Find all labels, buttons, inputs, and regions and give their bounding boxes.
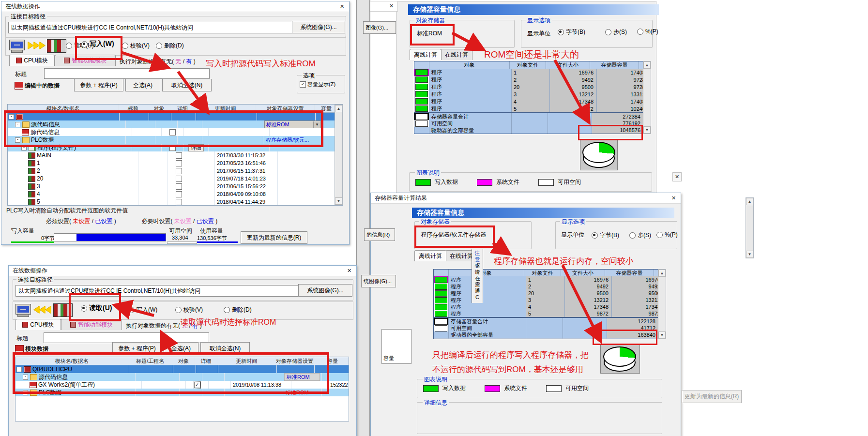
unit-byte-radio[interactable]: 字节(B) xyxy=(592,231,619,240)
tab-cpu-module[interactable]: CPU模块 xyxy=(15,319,61,330)
select-all-button[interactable]: 全选(A) xyxy=(164,342,198,355)
memory-table-row[interactable]: 程序2095009500 xyxy=(434,290,658,297)
connection-path-field[interactable]: 以太网插板通信通过CPU模块进行CC IE Control,NET/10(H)其… xyxy=(15,285,301,297)
deselect-all-button[interactable]: 取消全选(N) xyxy=(162,79,212,91)
write-radio[interactable]: 写入(W) xyxy=(128,306,157,314)
memory-table-row[interactable]: 程序598729872 xyxy=(434,310,658,317)
tab-intelligent-module[interactable]: 智能功能模块 xyxy=(61,319,122,330)
tab-online-calc[interactable]: 在线计算 xyxy=(441,49,472,60)
row-checkbox[interactable] xyxy=(176,199,182,205)
row-checkbox[interactable] xyxy=(176,152,182,159)
param-program-button[interactable]: 参数 + 程序(P) xyxy=(112,342,162,355)
tree-row[interactable]: -程序(程序文件)详细 xyxy=(8,144,343,151)
tab-intelligent-module[interactable]: 智能功能模块 xyxy=(55,55,116,66)
memory-table-row[interactable]: 程序11697617408 xyxy=(414,69,643,76)
tree-expand-icon[interactable]: - xyxy=(21,145,27,150)
memory-table-row[interactable]: 程序41734817348 xyxy=(434,303,658,310)
memory-table-row[interactable]: 程序31321213312 xyxy=(414,90,643,98)
read-radio[interactable]: 读取(U) xyxy=(81,304,112,313)
table-scrollbar[interactable]: ▲ ▼ xyxy=(335,105,343,205)
refresh-info-button-disabled[interactable]: 更新为最新的信息(R) xyxy=(682,390,742,403)
row-checkbox[interactable] xyxy=(176,160,182,166)
select-all-button[interactable]: 全选(A) xyxy=(125,79,160,91)
tab-cpu-module[interactable]: CPU模块 xyxy=(9,55,55,66)
memory-table-row[interactable]: 程序41734817408 xyxy=(414,98,643,105)
caption-field[interactable] xyxy=(44,68,210,79)
scroll-down-icon[interactable]: ▼ xyxy=(658,331,666,339)
scroll-down-icon[interactable]: ▼ xyxy=(746,251,753,258)
close-icon[interactable]: ✕ xyxy=(338,2,346,11)
tree-row[interactable]: -PLC数据程序存储器/软元... xyxy=(8,136,343,144)
tree-row[interactable]: -源代码信息标准ROM xyxy=(15,373,349,381)
deselect-all-button[interactable]: 取消全选(N) xyxy=(200,342,250,355)
tree-row[interactable]: 52018/04/04 11:44:29 xyxy=(8,198,343,206)
tree-expand-icon[interactable]: - xyxy=(16,367,22,372)
delete-radio[interactable]: 删除(D) xyxy=(224,306,252,314)
unit-byte-radio[interactable]: 字节(B) xyxy=(558,28,585,36)
memory-table-row[interactable]: 程序31321213212 xyxy=(434,297,658,303)
scroll-down-icon[interactable]: ▼ xyxy=(335,197,342,205)
scroll-down-icon[interactable]: ▼ xyxy=(643,126,651,134)
refresh-info-button-fragment[interactable]: 的信息(R) xyxy=(364,228,395,241)
row-checkbox[interactable] xyxy=(169,129,176,135)
tree-expand-icon[interactable]: - xyxy=(23,375,28,380)
memory-table-row[interactable]: 程序294929492 xyxy=(434,283,658,290)
chevron-down-icon[interactable]: ▼ xyxy=(313,121,320,128)
unit-step-radio[interactable]: 步(S) xyxy=(629,231,651,240)
memory-table-row[interactable]: 程序11697616976 xyxy=(434,276,658,283)
tree-row[interactable]: MAIN2017/03/30 11:15:32 xyxy=(8,151,343,159)
system-image-button[interactable]: 系统图像(G)... xyxy=(292,21,345,33)
tree-expand-icon[interactable]: - xyxy=(9,114,14,120)
param-program-button[interactable]: 参数 + 程序(P) xyxy=(74,79,123,91)
system-image-button[interactable]: 系统图像(G)... xyxy=(298,284,352,297)
row-checkbox[interactable] xyxy=(176,191,182,197)
dialog-titlebar[interactable]: 在线数据操作 xyxy=(9,266,356,276)
row-checkbox[interactable] xyxy=(169,145,176,151)
tree-row[interactable]: - xyxy=(8,113,343,120)
memory-setting[interactable]: 标准ROM xyxy=(284,389,309,396)
tree-expand-icon[interactable]: - xyxy=(23,390,28,395)
tab-offline-calc[interactable]: 离线计算 xyxy=(410,49,442,60)
tree-row[interactable]: 源代码信息 xyxy=(8,128,343,136)
scroll-up-icon[interactable]: ▲ xyxy=(643,61,651,69)
write-radio[interactable]: 写入(W) xyxy=(81,40,114,48)
background-close-icon[interactable]: ✕ xyxy=(672,172,682,181)
row-checkbox[interactable]: ✓ xyxy=(194,382,200,388)
tab-offline-calc[interactable]: 离线计算 xyxy=(414,250,446,261)
row-checkbox[interactable] xyxy=(176,168,182,174)
refresh-info-button[interactable]: 更新为最新的信息(R) xyxy=(241,231,307,244)
tree-row[interactable]: -PLC数据标准ROM xyxy=(15,389,349,396)
system-image-button-fragment[interactable]: 统图像(G)... xyxy=(361,275,396,287)
progmem-table-scrollbar[interactable]: ▲ ▼ xyxy=(658,269,666,339)
tree-row[interactable]: 32017/06/15 15:56:22 xyxy=(8,182,343,190)
memory-setting[interactable]: 程序存储器/软元... xyxy=(264,136,309,144)
caption-field[interactable] xyxy=(44,332,209,343)
tree-row[interactable]: GX Works2(简单工程)✓2019/10/08 11:13:3815232… xyxy=(15,381,349,389)
tree-row[interactable]: 22017/06/15 11:37:31 xyxy=(8,167,343,175)
system-image-button-fragment[interactable]: 图像(G)... xyxy=(363,21,396,34)
delete-radio[interactable]: 删除(D) xyxy=(156,42,184,50)
memory-table-row[interactable]: 程序5987210240 xyxy=(414,105,643,112)
unit-percent-radio[interactable]: %(P) xyxy=(637,28,658,35)
row-checkbox[interactable] xyxy=(176,183,182,190)
row-checkbox[interactable] xyxy=(176,176,182,182)
tree-row[interactable]: -源代码信息标准ROM▼ xyxy=(8,120,343,128)
verify-radio[interactable]: 校验(V) xyxy=(122,42,150,50)
tree-row[interactable]: 202019/07/18 14:01:23 xyxy=(8,175,343,182)
scroll-up-icon[interactable]: ▲ xyxy=(746,198,753,205)
background-close-icon[interactable]: ✕ xyxy=(387,2,396,10)
tree-expand-icon[interactable]: - xyxy=(15,122,20,127)
close-icon[interactable]: ✕ xyxy=(345,267,353,275)
memory-setting-dropdown[interactable]: 标准ROM▼ xyxy=(264,120,321,128)
background-scrollbar[interactable]: ▲ ▼ xyxy=(746,197,754,258)
rom-table-scrollbar[interactable]: ▲ ▼ xyxy=(643,61,651,134)
memory-table-row[interactable]: 程序2095009728 xyxy=(414,83,643,90)
scroll-up-icon[interactable]: ▲ xyxy=(658,270,666,277)
tree-expand-icon[interactable]: - xyxy=(15,137,20,143)
detail-button[interactable]: 详细 xyxy=(188,144,204,151)
tree-row[interactable]: -Q04UDEHCPU xyxy=(15,365,349,373)
memory-table-row[interactable]: 程序294929728 xyxy=(414,76,643,83)
verify-radio[interactable]: 校验(V) xyxy=(175,306,203,314)
close-icon[interactable]: ✕ xyxy=(670,194,678,202)
connection-path-field[interactable]: 以太网插板通信通过CPU模块进行CC IE Control,NET/10(H)其… xyxy=(8,22,295,33)
